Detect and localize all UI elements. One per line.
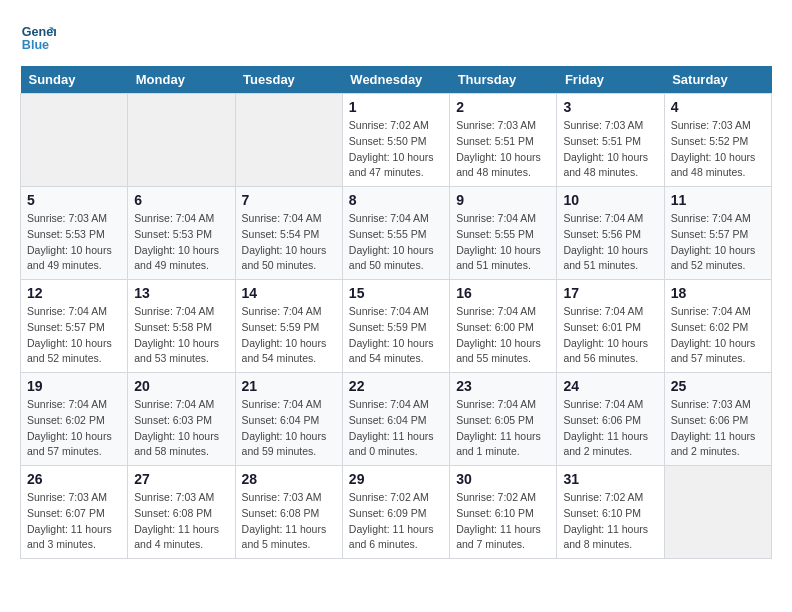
day-number: 14 bbox=[242, 285, 336, 301]
calendar-cell: 27Sunrise: 7:03 AMSunset: 6:08 PMDayligh… bbox=[128, 466, 235, 559]
day-number: 8 bbox=[349, 192, 443, 208]
day-info: Sunrise: 7:02 AMSunset: 5:50 PMDaylight:… bbox=[349, 118, 443, 181]
day-number: 9 bbox=[456, 192, 550, 208]
day-number: 18 bbox=[671, 285, 765, 301]
day-info: Sunrise: 7:04 AMSunset: 5:59 PMDaylight:… bbox=[242, 304, 336, 367]
day-info: Sunrise: 7:04 AMSunset: 6:05 PMDaylight:… bbox=[456, 397, 550, 460]
day-number: 31 bbox=[563, 471, 657, 487]
day-info: Sunrise: 7:03 AMSunset: 5:52 PMDaylight:… bbox=[671, 118, 765, 181]
day-info: Sunrise: 7:03 AMSunset: 6:07 PMDaylight:… bbox=[27, 490, 121, 553]
day-number: 12 bbox=[27, 285, 121, 301]
week-row-4: 19Sunrise: 7:04 AMSunset: 6:02 PMDayligh… bbox=[21, 373, 772, 466]
day-info: Sunrise: 7:03 AMSunset: 5:51 PMDaylight:… bbox=[563, 118, 657, 181]
day-number: 1 bbox=[349, 99, 443, 115]
week-row-2: 5Sunrise: 7:03 AMSunset: 5:53 PMDaylight… bbox=[21, 187, 772, 280]
day-info: Sunrise: 7:04 AMSunset: 6:03 PMDaylight:… bbox=[134, 397, 228, 460]
calendar-cell bbox=[664, 466, 771, 559]
calendar-cell bbox=[235, 94, 342, 187]
day-number: 28 bbox=[242, 471, 336, 487]
day-info: Sunrise: 7:03 AMSunset: 6:08 PMDaylight:… bbox=[242, 490, 336, 553]
day-info: Sunrise: 7:04 AMSunset: 5:56 PMDaylight:… bbox=[563, 211, 657, 274]
week-row-1: 1Sunrise: 7:02 AMSunset: 5:50 PMDaylight… bbox=[21, 94, 772, 187]
calendar-cell: 8Sunrise: 7:04 AMSunset: 5:55 PMDaylight… bbox=[342, 187, 449, 280]
day-number: 27 bbox=[134, 471, 228, 487]
calendar-cell: 25Sunrise: 7:03 AMSunset: 6:06 PMDayligh… bbox=[664, 373, 771, 466]
day-number: 29 bbox=[349, 471, 443, 487]
svg-text:Blue: Blue bbox=[22, 38, 49, 52]
day-number: 10 bbox=[563, 192, 657, 208]
header-sunday: Sunday bbox=[21, 66, 128, 94]
calendar-cell: 26Sunrise: 7:03 AMSunset: 6:07 PMDayligh… bbox=[21, 466, 128, 559]
calendar-cell: 16Sunrise: 7:04 AMSunset: 6:00 PMDayligh… bbox=[450, 280, 557, 373]
day-info: Sunrise: 7:02 AMSunset: 6:09 PMDaylight:… bbox=[349, 490, 443, 553]
calendar-cell: 13Sunrise: 7:04 AMSunset: 5:58 PMDayligh… bbox=[128, 280, 235, 373]
day-info: Sunrise: 7:02 AMSunset: 6:10 PMDaylight:… bbox=[563, 490, 657, 553]
calendar-cell: 28Sunrise: 7:03 AMSunset: 6:08 PMDayligh… bbox=[235, 466, 342, 559]
calendar-header-row: SundayMondayTuesdayWednesdayThursdayFrid… bbox=[21, 66, 772, 94]
day-number: 23 bbox=[456, 378, 550, 394]
logo: General Blue bbox=[20, 20, 60, 56]
day-number: 6 bbox=[134, 192, 228, 208]
calendar-cell: 5Sunrise: 7:03 AMSunset: 5:53 PMDaylight… bbox=[21, 187, 128, 280]
calendar-cell: 14Sunrise: 7:04 AMSunset: 5:59 PMDayligh… bbox=[235, 280, 342, 373]
day-info: Sunrise: 7:04 AMSunset: 6:02 PMDaylight:… bbox=[27, 397, 121, 460]
day-number: 21 bbox=[242, 378, 336, 394]
calendar-cell: 21Sunrise: 7:04 AMSunset: 6:04 PMDayligh… bbox=[235, 373, 342, 466]
calendar-cell: 4Sunrise: 7:03 AMSunset: 5:52 PMDaylight… bbox=[664, 94, 771, 187]
page-header: General Blue bbox=[20, 20, 772, 56]
calendar-cell: 15Sunrise: 7:04 AMSunset: 5:59 PMDayligh… bbox=[342, 280, 449, 373]
day-info: Sunrise: 7:04 AMSunset: 5:55 PMDaylight:… bbox=[456, 211, 550, 274]
calendar-cell: 31Sunrise: 7:02 AMSunset: 6:10 PMDayligh… bbox=[557, 466, 664, 559]
calendar-cell: 7Sunrise: 7:04 AMSunset: 5:54 PMDaylight… bbox=[235, 187, 342, 280]
day-number: 5 bbox=[27, 192, 121, 208]
day-number: 3 bbox=[563, 99, 657, 115]
day-number: 13 bbox=[134, 285, 228, 301]
header-friday: Friday bbox=[557, 66, 664, 94]
day-info: Sunrise: 7:04 AMSunset: 5:54 PMDaylight:… bbox=[242, 211, 336, 274]
day-number: 24 bbox=[563, 378, 657, 394]
day-number: 20 bbox=[134, 378, 228, 394]
day-info: Sunrise: 7:04 AMSunset: 6:06 PMDaylight:… bbox=[563, 397, 657, 460]
day-info: Sunrise: 7:04 AMSunset: 6:01 PMDaylight:… bbox=[563, 304, 657, 367]
day-number: 19 bbox=[27, 378, 121, 394]
header-thursday: Thursday bbox=[450, 66, 557, 94]
calendar-cell: 30Sunrise: 7:02 AMSunset: 6:10 PMDayligh… bbox=[450, 466, 557, 559]
calendar-cell: 3Sunrise: 7:03 AMSunset: 5:51 PMDaylight… bbox=[557, 94, 664, 187]
day-info: Sunrise: 7:04 AMSunset: 6:00 PMDaylight:… bbox=[456, 304, 550, 367]
calendar-cell: 29Sunrise: 7:02 AMSunset: 6:09 PMDayligh… bbox=[342, 466, 449, 559]
day-number: 16 bbox=[456, 285, 550, 301]
day-number: 4 bbox=[671, 99, 765, 115]
day-info: Sunrise: 7:04 AMSunset: 5:53 PMDaylight:… bbox=[134, 211, 228, 274]
calendar-cell: 12Sunrise: 7:04 AMSunset: 5:57 PMDayligh… bbox=[21, 280, 128, 373]
calendar-cell: 11Sunrise: 7:04 AMSunset: 5:57 PMDayligh… bbox=[664, 187, 771, 280]
day-number: 25 bbox=[671, 378, 765, 394]
day-info: Sunrise: 7:03 AMSunset: 5:53 PMDaylight:… bbox=[27, 211, 121, 274]
day-info: Sunrise: 7:04 AMSunset: 6:04 PMDaylight:… bbox=[349, 397, 443, 460]
header-monday: Monday bbox=[128, 66, 235, 94]
calendar-cell: 10Sunrise: 7:04 AMSunset: 5:56 PMDayligh… bbox=[557, 187, 664, 280]
day-number: 15 bbox=[349, 285, 443, 301]
day-number: 17 bbox=[563, 285, 657, 301]
calendar-cell bbox=[21, 94, 128, 187]
day-info: Sunrise: 7:02 AMSunset: 6:10 PMDaylight:… bbox=[456, 490, 550, 553]
day-info: Sunrise: 7:03 AMSunset: 5:51 PMDaylight:… bbox=[456, 118, 550, 181]
day-info: Sunrise: 7:04 AMSunset: 6:04 PMDaylight:… bbox=[242, 397, 336, 460]
day-number: 22 bbox=[349, 378, 443, 394]
day-number: 7 bbox=[242, 192, 336, 208]
day-info: Sunrise: 7:03 AMSunset: 6:06 PMDaylight:… bbox=[671, 397, 765, 460]
day-info: Sunrise: 7:04 AMSunset: 5:57 PMDaylight:… bbox=[27, 304, 121, 367]
day-info: Sunrise: 7:04 AMSunset: 5:59 PMDaylight:… bbox=[349, 304, 443, 367]
calendar-cell: 18Sunrise: 7:04 AMSunset: 6:02 PMDayligh… bbox=[664, 280, 771, 373]
week-row-3: 12Sunrise: 7:04 AMSunset: 5:57 PMDayligh… bbox=[21, 280, 772, 373]
calendar-cell: 20Sunrise: 7:04 AMSunset: 6:03 PMDayligh… bbox=[128, 373, 235, 466]
calendar-table: SundayMondayTuesdayWednesdayThursdayFrid… bbox=[20, 66, 772, 559]
day-info: Sunrise: 7:04 AMSunset: 5:57 PMDaylight:… bbox=[671, 211, 765, 274]
header-saturday: Saturday bbox=[664, 66, 771, 94]
header-tuesday: Tuesday bbox=[235, 66, 342, 94]
day-number: 11 bbox=[671, 192, 765, 208]
calendar-cell: 24Sunrise: 7:04 AMSunset: 6:06 PMDayligh… bbox=[557, 373, 664, 466]
day-number: 30 bbox=[456, 471, 550, 487]
calendar-cell: 1Sunrise: 7:02 AMSunset: 5:50 PMDaylight… bbox=[342, 94, 449, 187]
calendar-cell: 22Sunrise: 7:04 AMSunset: 6:04 PMDayligh… bbox=[342, 373, 449, 466]
logo-icon: General Blue bbox=[20, 20, 56, 56]
